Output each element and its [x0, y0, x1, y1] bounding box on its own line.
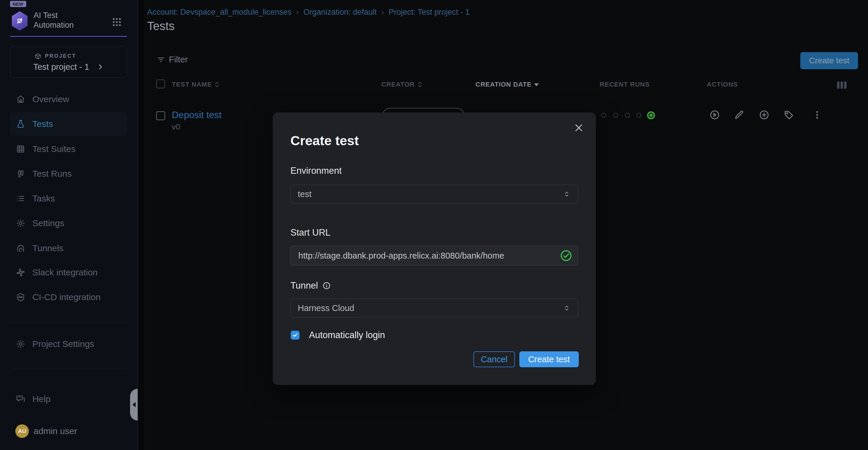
sidebar: NEW AI Test Automation PROJECT Test proj… [0, 0, 138, 450]
sidebar-item-tests[interactable]: Tests [10, 112, 127, 136]
tag-icon[interactable] [783, 110, 794, 120]
sidebar-collapse-handle[interactable] [130, 389, 138, 421]
brand-divider [10, 36, 127, 37]
create-test-modal: Create test Environment test Start URL h… [273, 113, 596, 385]
check-icon [292, 332, 298, 338]
tunnel-select[interactable]: Harness Cloud [290, 299, 578, 317]
sidebar-user-menu[interactable]: AU admin user [10, 419, 127, 443]
cicd-icon [16, 292, 25, 302]
run-dot-empty[interactable] [613, 113, 618, 118]
breadcrumb-separator: › [296, 8, 299, 17]
column-header-creator[interactable]: CREATOR [381, 81, 423, 88]
app-title: AI Test Automation [34, 10, 74, 30]
project-name: Test project - 1 [33, 62, 89, 72]
home-icon [16, 94, 25, 104]
sidebar-item-tunnels[interactable]: Tunnels [10, 236, 127, 260]
select-chevrons-icon [563, 304, 571, 312]
collapse-left-icon [132, 402, 136, 407]
project-label: PROJECT [45, 53, 76, 59]
user-name: admin user [34, 426, 77, 436]
run-dot-empty[interactable] [601, 113, 606, 118]
auto-login-label: Automatically login [309, 330, 385, 340]
sidebar-item-project-settings[interactable]: Project Settings [10, 332, 127, 356]
breadcrumb-project[interactable]: Project: Test project - 1 [389, 8, 470, 17]
start-url-input[interactable]: http://stage.dbank.prod-apps.relicx.ai:8… [290, 246, 578, 265]
table-header: TEST NAME CREATOR CREATION DATE RECENT R… [144, 77, 868, 93]
environment-label: Environment [290, 166, 342, 176]
gear-icon [16, 219, 25, 228]
sidebar-item-slack-integration[interactable]: Slack integration [10, 261, 127, 284]
info-icon[interactable] [322, 281, 331, 290]
run-dot-passed[interactable] [647, 111, 655, 119]
filter-label: Filter [169, 55, 188, 64]
url-valid-check-icon [560, 249, 572, 262]
sidebar-item-overview[interactable]: Overview [10, 87, 127, 111]
help-chat-icon [16, 394, 25, 404]
run-dot-empty[interactable] [637, 113, 642, 118]
sidebar-item-cicd-integration[interactable]: CI-CD integration [10, 285, 127, 309]
create-test-button-top[interactable]: Create test [800, 52, 858, 69]
sidebar-item-test-runs[interactable]: Test Runs [10, 162, 127, 186]
add-icon[interactable] [759, 110, 769, 120]
column-settings-icon[interactable] [837, 82, 846, 89]
start-url-value: http://stage.dbank.prod-apps.relicx.ai:8… [298, 251, 560, 261]
chevron-right-icon [97, 63, 104, 71]
breadcrumb-organization[interactable]: Organization: default [303, 8, 377, 17]
test-version: v0 [172, 122, 180, 132]
filter-icon [157, 55, 165, 64]
column-header-creation-date[interactable]: CREATION DATE [475, 81, 539, 88]
breadcrumb: Account: Devspace_all_module_licenses › … [147, 8, 470, 17]
auto-login-checkbox[interactable] [291, 331, 300, 340]
column-header-actions: ACTIONS [707, 81, 738, 88]
column-header-recent-runs: RECENT RUNS [600, 81, 650, 88]
avatar: AU [15, 424, 29, 438]
sidebar-gutter [138, 0, 144, 450]
sidebar-divider [10, 322, 127, 322]
auto-login-row: Automatically login [291, 330, 385, 340]
column-header-test-name[interactable]: TEST NAME [172, 81, 219, 88]
select-all-checkbox[interactable] [156, 80, 165, 88]
columns-icon [16, 169, 25, 178]
list-icon [16, 194, 25, 203]
sidebar-item-tasks[interactable]: Tasks [10, 187, 127, 210]
select-chevrons-icon [563, 190, 571, 198]
page-title: Tests [147, 20, 175, 33]
close-icon[interactable] [572, 121, 585, 134]
more-options-icon[interactable] [812, 110, 823, 120]
sort-icon [214, 81, 219, 88]
gear-icon [16, 339, 25, 349]
start-url-label: Start URL [290, 227, 331, 238]
cancel-button[interactable]: Cancel [473, 351, 515, 367]
tunnel-value: Harness Cloud [298, 303, 563, 313]
environment-value: test [298, 189, 563, 199]
app-logo [10, 11, 29, 31]
app-switcher-icon[interactable] [111, 16, 123, 28]
flask-icon [16, 119, 25, 129]
modal-title: Create test [290, 133, 359, 148]
run-test-icon[interactable] [709, 110, 720, 120]
test-name-link[interactable]: Deposit test [172, 110, 222, 120]
create-test-button[interactable]: Create test [519, 351, 579, 367]
tunnel-icon [16, 244, 25, 253]
breadcrumb-account[interactable]: Account: Devspace_all_module_licenses [147, 8, 291, 17]
grid-icon [16, 144, 25, 154]
slack-icon [16, 268, 25, 277]
run-dot-empty[interactable] [625, 113, 630, 118]
cube-icon [34, 53, 41, 60]
sidebar-divider [10, 369, 127, 369]
sidebar-item-settings[interactable]: Settings [10, 212, 127, 235]
tunnel-label: Tunnel [290, 280, 331, 291]
environment-select[interactable]: test [290, 185, 578, 203]
sidebar-item-help[interactable]: Help [10, 387, 127, 411]
project-selector[interactable]: PROJECT Test project - 1 [10, 47, 127, 78]
new-badge: NEW [10, 1, 26, 7]
breadcrumb-separator: › [381, 8, 384, 17]
flask-logo-icon [14, 16, 25, 26]
edit-icon[interactable] [734, 110, 744, 120]
sidebar-item-test-suites[interactable]: Test Suites [10, 137, 127, 161]
sort-icon [417, 81, 423, 88]
sort-desc-icon [534, 83, 539, 86]
row-checkbox[interactable] [156, 111, 165, 120]
filter-button[interactable]: Filter [157, 55, 188, 64]
